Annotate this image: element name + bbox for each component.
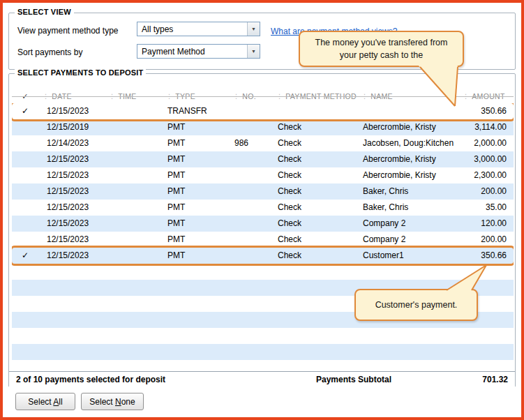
- cell-type: PMT: [162, 135, 229, 151]
- empty-row: [12, 264, 514, 280]
- payments-to-deposit-window: SELECT VIEW View payment method type All…: [0, 0, 524, 420]
- cell-method: Check: [272, 232, 357, 248]
- cell-amount: 350.66: [458, 103, 514, 119]
- mnemonic: N: [115, 397, 121, 407]
- sort-icon: ⋮: [233, 93, 239, 100]
- table-row[interactable]: 12/15/2023PMTCheckCompany 2120.00: [12, 216, 514, 232]
- cell-method: Check: [272, 167, 357, 183]
- table-row[interactable]: 12/14/2023PMT986CheckJacobsen, Doug:Kitc…: [12, 135, 514, 151]
- column-header-name[interactable]: ⋮NAME: [357, 89, 458, 103]
- cell-time: [105, 232, 162, 248]
- cell-name: Baker, Chris: [357, 183, 458, 200]
- select-all-button[interactable]: Select All: [15, 393, 75, 410]
- cell-type: PMT: [162, 200, 229, 216]
- cell-method: [272, 103, 357, 119]
- cell-method: Check: [272, 119, 357, 135]
- column-header-date[interactable]: ⋮DATE: [38, 89, 105, 103]
- cell-date: 12/15/2023: [38, 232, 105, 248]
- sort-payments-by-label: Sort payments by: [17, 45, 82, 60]
- column-label: AMOUNT: [472, 92, 504, 100]
- cell-check: [12, 200, 38, 216]
- table-row[interactable]: ✓12/15/2023PMTCheckCustomer1350.66: [12, 248, 514, 264]
- cell-amount: 3,000.00: [458, 151, 514, 167]
- cell-name: Company 2: [357, 232, 458, 248]
- empty-row: [12, 360, 514, 371]
- table-row[interactable]: 12/15/2023PMTCheckCompany 2200.00: [12, 232, 514, 248]
- cell-type: TRANSFR: [162, 103, 229, 119]
- column-label: PAYMENT METHOD: [285, 92, 357, 100]
- select-none-button[interactable]: Select None: [81, 393, 144, 410]
- column-label: DATE: [52, 92, 71, 100]
- cell-check: [12, 216, 38, 232]
- column-header-payment-method[interactable]: ⋮PAYMENT METHOD: [272, 89, 357, 103]
- cell-amount: 35.00: [458, 200, 514, 216]
- cell-method: Check: [272, 248, 357, 264]
- cell-check: [12, 167, 38, 183]
- cell-date: 12/15/2023: [38, 200, 105, 216]
- cell-no: [229, 103, 272, 119]
- cell-no: [229, 200, 272, 216]
- table-header: ✓ ⋮DATE ⋮TIME ⋮TYPE ⋮NO. ⋮PAYMENT METHOD…: [12, 89, 514, 103]
- cell-amount: 200.00: [458, 232, 514, 248]
- table-row[interactable]: 12/15/2023PMTCheckAbercrombie, Kristy3,0…: [12, 151, 514, 167]
- sort-payments-select[interactable]: Payment Method ▼: [137, 44, 260, 59]
- cell-date: 12/15/2023: [38, 216, 105, 232]
- table-row[interactable]: ✓12/15/2023TRANSFR350.66: [12, 103, 514, 119]
- cell-check: [12, 183, 38, 200]
- empty-row: [12, 328, 514, 344]
- check-column-header[interactable]: ✓: [12, 89, 38, 103]
- cell-date: 12/15/2023: [38, 103, 105, 119]
- sort-icon: ⋮: [166, 93, 172, 100]
- cell-type: PMT: [162, 119, 229, 135]
- chevron-down-icon[interactable]: ▼: [247, 22, 260, 36]
- cell-time: [105, 167, 162, 183]
- button-label: one: [121, 397, 135, 407]
- cell-name: Abercrombie, Kristy: [357, 167, 458, 183]
- cell-type: PMT: [162, 183, 229, 200]
- cell-time: [105, 151, 162, 167]
- button-label: Select: [28, 397, 53, 407]
- cell-check: [12, 151, 38, 167]
- cell-no: 986: [229, 135, 272, 151]
- column-header-type[interactable]: ⋮TYPE: [162, 89, 229, 103]
- cell-type: PMT: [162, 216, 229, 232]
- payment-method-type-select[interactable]: All types ▼: [137, 22, 260, 36]
- column-label: TIME: [118, 92, 136, 100]
- column-header-time[interactable]: ⋮TIME: [105, 89, 162, 103]
- cell-check: [12, 232, 38, 248]
- cell-amount: 200.00: [458, 183, 514, 200]
- cell-time: [105, 216, 162, 232]
- cell-name: Baker, Chris: [357, 200, 458, 216]
- transfer-callout: The money you've transfered from your pe…: [299, 31, 464, 67]
- cell-method: Check: [272, 151, 357, 167]
- cell-no: [229, 248, 272, 264]
- table-row[interactable]: 12/15/2019PMTCheckAbercrombie, Kristy3,1…: [12, 119, 514, 135]
- button-label: ll: [59, 397, 62, 407]
- cell-check: ✓: [12, 248, 38, 264]
- cell-name: [357, 103, 458, 119]
- column-header-amount[interactable]: ⋮AMOUNT: [458, 89, 514, 103]
- customer-callout-text: Customer's payment.: [375, 300, 458, 310]
- sort-icon: ⋮: [361, 93, 368, 100]
- cell-time: [105, 200, 162, 216]
- payments-subtotal-label: Payments Subtotal: [316, 372, 391, 388]
- cell-date: 12/15/2023: [38, 248, 105, 264]
- cell-time: [105, 119, 162, 135]
- cell-name: Abercrombie, Kristy: [357, 151, 458, 167]
- sort-payments-value: Payment Method: [137, 47, 247, 57]
- cell-name: Company 2: [357, 216, 458, 232]
- cell-type: PMT: [162, 232, 229, 248]
- sort-icon: ⋮: [109, 93, 115, 100]
- select-payments-section: SELECT PAYMENTS TO DEPOSIT ✓ ⋮DATE ⋮TIME…: [8, 73, 516, 387]
- deposit-footer: 2 of 10 payments selected for deposit Pa…: [9, 371, 515, 388]
- table-row[interactable]: 12/15/2023PMTCheckBaker, Chris200.00: [12, 183, 514, 200]
- table-row[interactable]: 12/15/2023PMTCheckAbercrombie, Kristy2,3…: [12, 167, 514, 183]
- cell-method: Check: [272, 216, 357, 232]
- table-row[interactable]: 12/15/2023PMTCheckBaker, Chris35.00: [12, 200, 514, 216]
- empty-row: [12, 344, 514, 360]
- column-header-no[interactable]: ⋮NO.: [229, 89, 272, 103]
- cell-name: Customer1: [357, 248, 458, 264]
- chevron-down-icon[interactable]: ▼: [247, 45, 260, 58]
- payment-method-type-value: All types: [137, 24, 247, 34]
- sort-icon: ⋮: [43, 93, 49, 100]
